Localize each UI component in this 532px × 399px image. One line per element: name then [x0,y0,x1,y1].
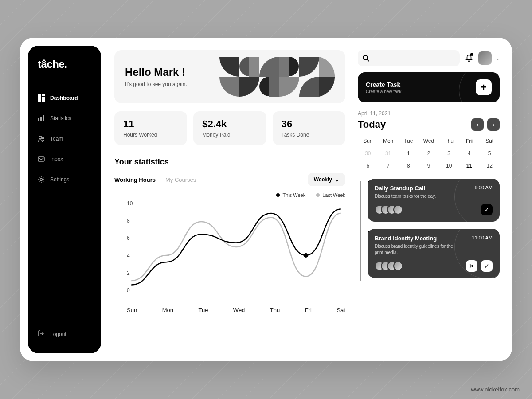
app-window: tâche. Dashboard Statistics Team [20,38,512,361]
legend-label: Last Week [322,192,345,198]
svg-point-9 [42,137,44,139]
create-task-button[interactable]: Create Task Create a new task + [358,72,500,102]
avatar [393,261,403,271]
footer-credit: www.nickelfox.com [471,386,520,393]
users-icon [38,135,45,142]
search-icon [362,55,369,62]
y-tick: 10 [127,200,133,207]
calendar-day-cell[interactable]: 7 [378,163,399,169]
stats-tabs-row: Working Hours My Courses Weekly ⌄ [114,173,345,186]
event-time: 11:00 AM [472,235,493,240]
events-timeline: Daily Standup Call9:00 AMDiscuss team ta… [358,179,500,285]
legend-dot-dark [276,193,280,197]
user-avatar[interactable] [478,51,492,65]
left-column: Hello Mark ! It's good to see you again. [114,50,345,352]
svg-point-11 [40,179,43,181]
legend-label: This Week [282,192,305,198]
sidebar-item-label: Statistics [50,115,71,121]
event-card[interactable]: Daily Standup Call9:00 AMDiscuss team ta… [368,179,500,222]
svg-rect-6 [40,117,42,121]
notification-dot [470,53,473,56]
avatar [393,205,403,215]
sidebar-item-statistics[interactable]: Statistics [28,109,101,128]
legend-item-this-week: This Week [276,192,305,198]
calendar-nav: ‹ › [471,118,500,131]
stat-card-hours: 11 Hours Worked [114,111,187,145]
event-title: Brand Identity Meeting [375,235,437,242]
x-tick: Sun [127,307,137,313]
sidebar-item-team[interactable]: Team [28,129,101,149]
chevron-right-icon: › [493,121,495,128]
grid-icon [38,94,45,102]
calendar-day-header: Sun [358,138,378,144]
calendar-day-cell[interactable]: 10 [439,163,459,169]
event-actions: ✕✓ [466,260,493,272]
calendar-day-header: Mon [378,138,399,144]
period-label: Weekly [314,176,332,183]
check-button[interactable]: ✓ [481,204,493,215]
logout-button[interactable]: Logout [28,324,101,344]
calendar-day-cell[interactable]: 12 [479,163,500,169]
svg-point-8 [39,136,42,139]
notifications-button[interactable] [464,53,474,63]
calendar-day-cell[interactable]: 8 [398,163,419,169]
calendar-next-button[interactable]: › [487,118,500,131]
sidebar-item-label: Settings [50,176,69,183]
legend-item-last-week: Last Week [316,192,345,198]
calendar-day-cell[interactable]: 11 [459,163,480,169]
stats-tabs: Working Hours My Courses [114,176,196,183]
y-tick: 2 [127,270,133,276]
stat-value: 11 [123,118,178,130]
calendar-prev-button[interactable]: ‹ [471,118,484,131]
calendar-day-cell[interactable]: 31 [378,150,399,156]
stat-card-tasks: 36 Tasks Done [273,111,345,145]
sidebar-item-dashboard[interactable]: Dashboard [28,88,101,108]
stat-value: $2.4k [202,118,257,130]
chevron-down-icon[interactable]: ⌄ [496,56,500,61]
tab-my-courses[interactable]: My Courses [165,176,196,183]
calendar-day-cell[interactable]: 1 [398,150,419,156]
svg-rect-7 [43,115,44,121]
x-tick: Fri [305,307,312,313]
close-button[interactable]: ✕ [466,260,477,272]
svg-rect-15 [279,57,289,77]
mail-icon [38,156,45,163]
stat-label: Money Paid [202,132,257,138]
calendar-day-cell[interactable]: 9 [419,163,439,169]
calendar-day-cell[interactable]: 5 [479,150,500,156]
calendar-day-headers: SunMonTueWedThuFriSat [358,138,500,144]
check-button[interactable]: ✓ [481,260,493,272]
tab-working-hours[interactable]: Working Hours [114,176,156,183]
calendar-day-cell[interactable]: 6 [358,163,378,169]
calendar-row: 6789101112 [358,163,500,169]
calendar-day-cell[interactable]: 30 [358,150,378,156]
svg-rect-10 [38,157,44,161]
x-tick: Wed [233,307,245,313]
chart-series-line [131,213,340,281]
gear-icon [38,176,45,183]
sidebar-item-inbox[interactable]: Inbox [28,149,101,169]
sidebar-nav: Dashboard Statistics Team Inbox [28,88,101,324]
svg-rect-0 [38,94,41,98]
calendar-day-cell[interactable]: 3 [439,150,459,156]
sidebar: tâche. Dashboard Statistics Team [28,46,101,353]
header-controls: ⌄ [358,50,500,66]
create-task-text: Create Task Create a new task [366,81,402,94]
y-tick: 4 [127,253,133,259]
event-description: Discuss brand identity guidelines for th… [375,243,454,256]
calendar-day-cell[interactable]: 2 [419,150,439,156]
event-actions: ✓ [481,204,493,215]
y-tick: 0 [127,287,133,293]
calendar-day-cell[interactable]: 4 [459,150,480,156]
event-card[interactable]: Brand Identity Meeting11:00 AMDiscuss br… [368,229,500,278]
calendar-date-label: April 11, 2021 [358,110,500,117]
period-dropdown[interactable]: Weekly ⌄ [308,173,345,186]
brand-logo: tâche. [28,58,101,88]
stat-card-money: $2.4k Money Paid [193,111,266,145]
hero-subtitle: It's good to see you again. [125,81,187,87]
search-input[interactable] [358,50,460,66]
x-tick: Mon [162,307,173,313]
sidebar-item-settings[interactable]: Settings [28,170,101,189]
main-content: Hello Mark ! It's good to see you again. [101,38,512,361]
calendar-header-row: Today ‹ › [358,118,500,131]
